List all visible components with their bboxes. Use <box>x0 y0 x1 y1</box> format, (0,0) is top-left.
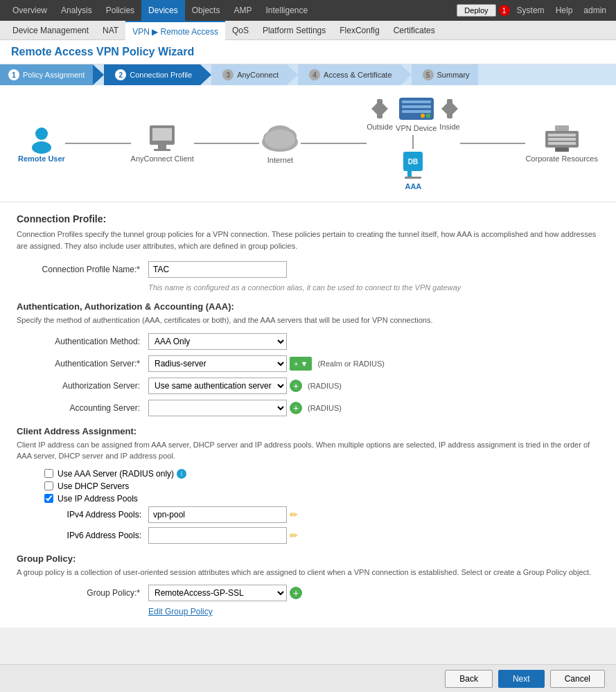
auth-server-hint: (Realm or RADIUS) <box>317 360 385 368</box>
diagram-anyconnect-client: AnyConnect Client <box>131 124 194 163</box>
nav-certificates[interactable]: Certificates <box>387 21 442 40</box>
conn-line-3 <box>301 143 367 144</box>
remote-user-icon <box>26 124 57 154</box>
nav-vpn-remote-access[interactable]: VPN ▶ Remote Access <box>125 21 225 40</box>
profile-name-hint: This name is configured as a connection … <box>148 283 599 292</box>
step-3-num: 3 <box>222 69 234 80</box>
deploy-button[interactable]: Deploy <box>457 4 495 17</box>
connection-profile-section: Connection Profile: Connection Profiles … <box>17 213 599 292</box>
nav-item-overview[interactable]: Overview <box>6 0 54 21</box>
info-icon[interactable]: i <box>177 469 186 479</box>
use-ip-pools-checkbox[interactable] <box>44 494 53 503</box>
nav-item-objects[interactable]: Objects <box>185 0 227 21</box>
svg-rect-36 <box>555 148 569 152</box>
nav-item-amp[interactable]: AMP <box>227 0 258 21</box>
anyconnect-icon <box>147 124 177 152</box>
internet-label: Internet <box>267 156 293 164</box>
group-policy-title: Group Policy: <box>17 553 599 564</box>
group-policy-add-button[interactable]: + <box>290 587 302 599</box>
admin-label[interactable]: admin <box>579 6 610 15</box>
aaa-icon: DB <box>399 149 427 179</box>
step-5-num: 5 <box>423 69 434 80</box>
nav-flexconfig[interactable]: FlexConfig <box>333 21 386 40</box>
conn-line-2 <box>194 143 260 144</box>
group-policy-select[interactable]: RemoteAccess-GP-SSL <box>148 585 287 601</box>
auth-server-add-button[interactable]: + ▼ <box>290 357 312 371</box>
authz-server-select[interactable]: Use same authentication server <box>148 378 287 394</box>
use-aaa-row: Use AAA Server (RADIUS only) i <box>17 469 599 479</box>
back-button[interactable]: Back <box>445 670 493 688</box>
authz-server-row: Authorization Server: Use same authentic… <box>17 378 599 394</box>
client-address-section: Client Address Assignment: Client IP add… <box>17 426 599 544</box>
group-policy-desc: A group policy is a collection of user-o… <box>17 567 599 578</box>
group-policy-row: Group Policy:* RemoteAccess-GP-SSL + <box>17 585 599 601</box>
svg-marker-25 <box>441 103 447 114</box>
outside-icon <box>371 98 388 120</box>
help-label[interactable]: Help <box>552 6 577 15</box>
ipv6-edit-icon[interactable]: ✏ <box>290 530 298 541</box>
aaa-group: DB AAA <box>399 135 427 190</box>
nav-item-intelligence[interactable]: Intelligence <box>258 0 315 21</box>
use-aaa-checkbox[interactable] <box>44 469 53 478</box>
cancel-button[interactable]: Cancel <box>550 670 605 688</box>
svg-point-4 <box>35 127 48 140</box>
acct-server-select[interactable] <box>148 400 287 416</box>
group-policy-label: Group Policy:* <box>17 588 148 598</box>
nav-item-policies[interactable]: Policies <box>99 0 141 21</box>
client-address-title: Client Address Assignment: <box>17 426 599 436</box>
footer: Back Next Cancel <box>0 664 616 692</box>
auth-method-select[interactable]: AAA Only Certificate Only AAA & Certific… <box>148 333 287 350</box>
wizard-step-4[interactable]: 4 Access & Certificate <box>298 64 400 85</box>
nav-qos[interactable]: QoS <box>225 21 256 40</box>
ipv6-pool-label: IPv6 Address Pools: <box>58 531 148 540</box>
nav-nat[interactable]: NAT <box>96 21 125 40</box>
ipv6-pool-row: IPv6 Address Pools: ✏ <box>17 527 599 544</box>
auth-server-select[interactable]: Radius-server <box>148 355 287 372</box>
diagram-remote-user: Remote User <box>18 124 65 163</box>
diagram-inside: Inside <box>439 98 459 131</box>
svg-rect-29 <box>405 177 421 179</box>
profile-name-row: Connection Profile Name:* <box>17 261 599 278</box>
nav-item-analysis[interactable]: Analysis <box>54 0 99 21</box>
svg-rect-9 <box>154 149 170 151</box>
nav-platform-settings[interactable]: Platform Settings <box>256 21 333 40</box>
edit-group-policy-link[interactable]: Edit Group Policy <box>148 607 213 616</box>
nav-item-devices[interactable]: Devices <box>141 0 185 21</box>
anyconnect-client-label: AnyConnect Client <box>131 154 194 163</box>
ipv4-edit-icon[interactable]: ✏ <box>290 509 298 520</box>
svg-rect-21 <box>402 110 431 113</box>
wizard-step-5[interactable]: 5 Summary <box>412 64 478 85</box>
step-4-num: 4 <box>309 69 320 80</box>
vpn-device-label: VPN Device <box>396 124 437 132</box>
wizard-step-1[interactable]: 1 Policy Assignment <box>0 64 93 85</box>
step-4-label: Access & Certificate <box>324 71 391 79</box>
system-label[interactable]: System <box>513 6 549 15</box>
diagram-internet: Internet <box>259 123 301 164</box>
vpn-device-group: Outside VPN Device <box>367 96 460 190</box>
svg-marker-17 <box>382 103 388 114</box>
acct-server-add-button[interactable]: + <box>290 402 302 414</box>
ipv4-pool-input[interactable] <box>148 506 287 523</box>
svg-rect-20 <box>402 105 431 108</box>
svg-marker-1 <box>200 64 211 85</box>
ipv6-pool-input[interactable] <box>148 527 287 544</box>
second-navigation: Device Management NAT VPN ▶ Remote Acces… <box>0 21 616 40</box>
profile-name-input[interactable] <box>148 261 287 278</box>
diagram-remote-user-label: Remote User <box>18 154 65 163</box>
use-dhcp-checkbox[interactable] <box>44 481 53 490</box>
acct-server-row: Accounting Server: + (RADIUS) <box>17 400 599 416</box>
authz-server-add-button[interactable]: + <box>290 380 302 392</box>
use-dhcp-label: Use DHCP Servers <box>58 481 129 491</box>
diagram-corporate-resources: Corporate Resources <box>525 124 598 163</box>
wizard-step-3[interactable]: 3 AnyConnect <box>211 64 287 85</box>
wizard-step-2[interactable]: 2 Connection Profile <box>104 64 200 85</box>
vpn-device-row: Outside VPN Device <box>367 96 460 132</box>
title-bar: Remote Access VPN Policy Wizard <box>0 40 616 64</box>
step-arrow-4 <box>401 64 412 85</box>
nav-device-management[interactable]: Device Management <box>6 21 96 40</box>
aaa-title: Authentication, Authorization & Accounti… <box>17 301 599 312</box>
group-policy-section: Group Policy: A group policy is a collec… <box>17 553 599 617</box>
svg-rect-7 <box>152 128 172 141</box>
svg-rect-15 <box>377 99 382 118</box>
next-button[interactable]: Next <box>498 670 545 688</box>
